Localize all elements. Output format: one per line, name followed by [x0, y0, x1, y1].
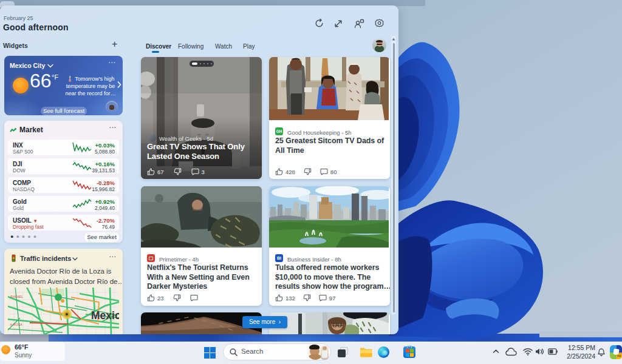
svg-text:RAFAEL: RAFAEL	[10, 295, 23, 298]
svg-text:Mexic: Mexic	[91, 309, 119, 322]
svg-text::A ROSA: :A ROSA	[9, 323, 22, 326]
